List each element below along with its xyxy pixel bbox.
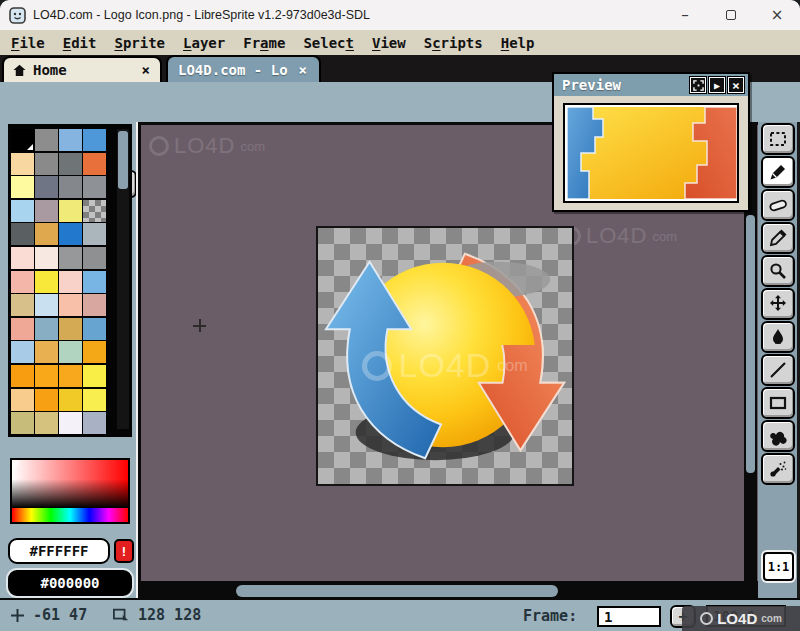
palette-swatch[interactable]	[59, 247, 82, 269]
palette-swatch[interactable]	[83, 294, 106, 316]
palette-swatch[interactable]	[11, 223, 34, 245]
preview-window[interactable]: Preview ▶ ×	[552, 72, 750, 212]
horizontal-scrollbar-thumb[interactable]	[236, 585, 558, 597]
horizontal-scrollbar[interactable]	[141, 581, 758, 598]
palette-swatch[interactable]	[59, 389, 82, 411]
palette-swatch[interactable]	[83, 176, 106, 198]
palette-swatch[interactable]	[35, 271, 58, 293]
menu-frame[interactable]: Frame	[234, 33, 294, 53]
saturation-value-box[interactable]	[12, 460, 128, 508]
palette-swatch[interactable]	[59, 294, 82, 316]
menu-layer[interactable]: Layer	[174, 33, 234, 53]
palette-swatch[interactable]	[11, 341, 34, 363]
preview-close-button[interactable]: ×	[728, 77, 744, 93]
home-icon	[12, 63, 27, 77]
paint-bucket-tool[interactable]	[761, 321, 795, 353]
palette-scrollbar-thumb[interactable]	[118, 131, 128, 189]
palette-swatch[interactable]	[59, 176, 82, 198]
palette-swatch[interactable]	[35, 294, 58, 316]
menu-file[interactable]: File	[2, 33, 54, 53]
palette-swatch[interactable]	[11, 176, 34, 198]
menu-view[interactable]: View	[363, 33, 415, 53]
foreground-color-field[interactable]: #FFFFFF	[8, 538, 110, 564]
vertical-scrollbar-thumb[interactable]	[746, 215, 755, 473]
palette-swatch[interactable]	[35, 318, 58, 340]
palette-swatch[interactable]	[11, 200, 34, 222]
color-warning-button[interactable]: !	[114, 539, 134, 563]
pencil-tool[interactable]	[761, 156, 795, 188]
tab-home[interactable]: Home ×	[2, 56, 162, 82]
palette-swatch[interactable]	[11, 412, 34, 434]
background-color-field[interactable]: #000000	[8, 570, 132, 596]
palette-swatch[interactable]	[83, 341, 106, 363]
palette-swatch[interactable]	[11, 129, 34, 151]
palette-swatch[interactable]	[35, 389, 58, 411]
hue-strip[interactable]	[12, 508, 128, 522]
palette-swatch[interactable]	[35, 176, 58, 198]
palette-swatch[interactable]	[11, 365, 34, 387]
palette-swatch[interactable]	[11, 318, 34, 340]
tab-document[interactable]: LO4D.com - Lo ×	[166, 55, 321, 82]
maximize-button[interactable]	[708, 0, 754, 30]
palette-swatch[interactable]	[83, 200, 106, 222]
palette-swatch[interactable]	[59, 129, 82, 151]
palette-swatch[interactable]	[35, 153, 58, 175]
menu-scripts[interactable]: Scripts	[415, 33, 492, 53]
palette-swatch[interactable]	[11, 389, 34, 411]
rectangular-marquee-tool[interactable]	[761, 123, 795, 155]
close-button[interactable]: ×	[754, 0, 800, 30]
menu-sprite[interactable]: Sprite	[105, 33, 174, 53]
palette-swatch[interactable]	[83, 129, 106, 151]
palette-swatch[interactable]	[35, 200, 58, 222]
zoom-tool[interactable]	[761, 255, 795, 287]
zoom-1-1-button[interactable]: 1:1	[763, 552, 794, 581]
move-tool[interactable]	[761, 288, 795, 320]
palette-swatch[interactable]	[11, 247, 34, 269]
menu-help[interactable]: Help	[492, 33, 544, 53]
palette-swatch[interactable]	[83, 318, 106, 340]
palette-swatch[interactable]	[59, 223, 82, 245]
palette-swatch[interactable]	[35, 129, 58, 151]
tab-home-close-icon[interactable]: ×	[140, 62, 152, 78]
eyedropper-tool[interactable]	[761, 222, 795, 254]
frame-number-input[interactable]: 1	[597, 606, 661, 627]
minimize-button[interactable]: –	[662, 0, 708, 30]
preview-play-button[interactable]: ▶	[709, 77, 725, 93]
palette-swatch[interactable]	[83, 271, 106, 293]
palette-swatch[interactable]	[59, 200, 82, 222]
palette-swatch[interactable]	[59, 412, 82, 434]
palette-scrollbar[interactable]	[117, 129, 129, 429]
blur-tool[interactable]	[761, 420, 795, 452]
palette-swatch[interactable]	[59, 318, 82, 340]
sprite-canvas[interactable]: LO4D com	[316, 226, 574, 486]
palette-swatch[interactable]	[83, 153, 106, 175]
palette-swatch[interactable]	[11, 153, 34, 175]
crosshair-cursor	[193, 319, 206, 332]
palette-swatch[interactable]	[59, 365, 82, 387]
palette-swatch[interactable]	[83, 365, 106, 387]
palette-swatch[interactable]	[35, 341, 58, 363]
palette-swatch[interactable]	[59, 153, 82, 175]
menu-edit[interactable]: Edit	[54, 33, 106, 53]
preview-title-bar[interactable]: Preview ▶ ×	[554, 74, 748, 96]
spray-tool[interactable]	[761, 453, 795, 485]
palette-swatch[interactable]	[59, 271, 82, 293]
palette-swatch[interactable]	[11, 294, 34, 316]
menu-select[interactable]: Select	[294, 33, 363, 53]
line-tool[interactable]	[761, 354, 795, 386]
palette-swatch[interactable]	[83, 247, 106, 269]
palette-swatch[interactable]	[83, 412, 106, 434]
palette-swatch[interactable]	[83, 389, 106, 411]
palette-swatch[interactable]	[35, 412, 58, 434]
eraser-tool[interactable]	[761, 189, 795, 221]
preview-center-button[interactable]	[690, 77, 706, 93]
palette-swatch[interactable]	[11, 271, 34, 293]
palette-swatch[interactable]	[35, 365, 58, 387]
preview-frame	[563, 103, 739, 203]
palette-swatch[interactable]	[83, 223, 106, 245]
palette-swatch[interactable]	[59, 341, 82, 363]
palette-swatch[interactable]	[35, 223, 58, 245]
palette-swatch[interactable]	[35, 247, 58, 269]
rectangle-tool[interactable]	[761, 387, 795, 419]
tab-document-close-icon[interactable]: ×	[297, 62, 309, 78]
